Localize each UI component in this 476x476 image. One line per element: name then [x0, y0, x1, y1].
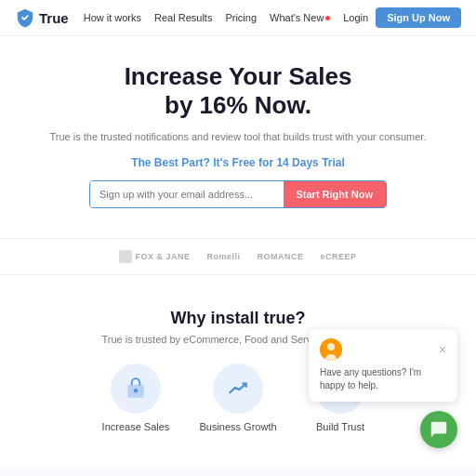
sales-label: Increase Sales	[94, 421, 178, 432]
nav-label: What's New	[270, 12, 324, 23]
hero-trial: The Best Part? It's Free for 14 Days Tri…	[37, 156, 439, 169]
trust-label: Build Trust	[298, 421, 382, 432]
chat-popup-text: Have any questions? I'm happy to help.	[320, 366, 446, 392]
logo-ecreep: eCREEP	[321, 252, 357, 261]
logos-bar: FOX & JANE Romelli ROMANCE eCREEP	[0, 238, 476, 275]
hero-form: Start Right Now	[89, 180, 387, 208]
hero-section: Increase Your Sales by 16% Now. True is …	[0, 36, 476, 238]
chat-avatar	[320, 338, 342, 361]
chat-popup: × Have any questions? I'm happy to help.	[309, 329, 457, 402]
fox-jane-icon	[119, 250, 132, 263]
chat-widget: × Have any questions? I'm happy to help.	[420, 411, 457, 448]
nav-links: How it works Real Results Pricing What's…	[84, 12, 344, 23]
nav-whats-new[interactable]: What's New	[270, 12, 330, 23]
why-card-sales: Increase Sales	[94, 364, 178, 432]
chat-icon	[429, 419, 449, 440]
navbar: True How it works Real Results Pricing W…	[0, 0, 476, 36]
new-dot	[325, 16, 330, 20]
avatar-icon	[320, 338, 342, 361]
chat-open-button[interactable]	[420, 411, 457, 448]
why-card-growth: Business Growth	[196, 364, 280, 432]
logo-romelli: Romelli	[206, 252, 240, 261]
svg-point-1	[134, 389, 138, 392]
logo-fox-jane: FOX & JANE	[119, 250, 190, 263]
login-button[interactable]: Login	[343, 12, 368, 23]
nav-real-results[interactable]: Real Results	[154, 12, 212, 23]
hero-heading: Increase Your Sales by 16% Now.	[37, 62, 439, 120]
brand-name: True	[39, 10, 69, 26]
brand-logo[interactable]: True	[15, 7, 69, 28]
growth-icon-circle	[213, 364, 263, 414]
signup-button[interactable]: Sign Up Now	[376, 7, 461, 28]
why-heading: Why install true?	[28, 309, 448, 328]
chat-popup-header: ×	[320, 338, 446, 361]
chat-close-button[interactable]: ×	[439, 342, 446, 357]
nav-pricing[interactable]: Pricing	[225, 12, 257, 23]
chart-icon	[226, 377, 250, 401]
nav-actions: Login Sign Up Now	[343, 7, 461, 28]
nav-how-it-works[interactable]: How it works	[84, 12, 141, 23]
email-input[interactable]	[90, 181, 284, 207]
bag-icon	[124, 377, 148, 401]
growth-label: Business Growth	[196, 421, 280, 432]
logo-romance: ROMANCE	[258, 252, 304, 261]
features-section: Awesome Features Live Visitors Increase …	[0, 466, 476, 476]
shield-icon	[15, 7, 35, 28]
svg-point-9	[327, 343, 335, 350]
hero-subtitle: True is the trusted notifications and re…	[37, 129, 439, 145]
sales-icon-circle	[111, 364, 161, 414]
cta-button[interactable]: Start Right Now	[284, 181, 387, 207]
